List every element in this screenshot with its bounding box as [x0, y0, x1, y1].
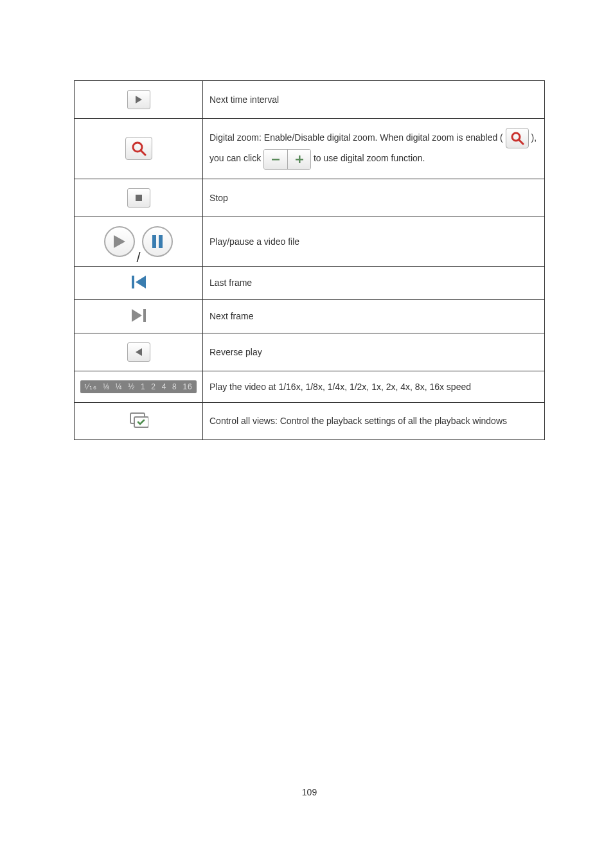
- svg-rect-10: [152, 235, 156, 248]
- speed-desc: Play the video at 1/16x, 1/8x, 1/4x, 1/2…: [203, 371, 545, 402]
- stop-button[interactable]: [127, 188, 150, 208]
- svg-rect-11: [159, 235, 163, 248]
- speed-4[interactable]: 4: [162, 382, 167, 391]
- speed-1-2[interactable]: ½: [128, 382, 135, 391]
- magnifier-icon: [510, 131, 524, 145]
- play-pause-desc: Play/pause a video file: [203, 217, 545, 266]
- stop-icon: [136, 195, 142, 201]
- svg-rect-12: [132, 276, 134, 288]
- digital-zoom-button[interactable]: [125, 137, 152, 160]
- svg-rect-8: [136, 195, 142, 201]
- speed-1[interactable]: 1: [141, 382, 146, 391]
- svg-line-2: [141, 150, 145, 155]
- speed-1-8[interactable]: ⅛: [103, 382, 110, 391]
- speed-2[interactable]: 2: [151, 382, 156, 391]
- controls-description-table: Next time interval Digital zoom: Enable/…: [74, 80, 545, 440]
- zoom-enabled-icon-button: [506, 128, 529, 148]
- svg-marker-9: [114, 235, 125, 248]
- speed-1-4[interactable]: ¼: [116, 382, 123, 391]
- speed-1-16[interactable]: ¹⁄₁₆: [84, 382, 97, 391]
- control-all-views-button[interactable]: [129, 412, 148, 429]
- plus-icon: [295, 155, 304, 164]
- reverse-play-icon: [136, 348, 142, 356]
- svg-marker-13: [136, 276, 146, 288]
- svg-marker-0: [136, 96, 142, 103]
- pause-icon: [152, 235, 163, 248]
- reverse-play-button[interactable]: [127, 342, 150, 362]
- zoom-out-button[interactable]: [264, 150, 287, 169]
- play-button[interactable]: [104, 226, 135, 257]
- control-all-icon: [129, 412, 148, 429]
- svg-rect-5: [272, 159, 280, 161]
- next-frame-desc: Next frame: [203, 299, 545, 333]
- next-interval-desc: Next time interval: [203, 81, 545, 119]
- next-frame-button[interactable]: [132, 309, 146, 322]
- svg-marker-14: [132, 309, 142, 322]
- separator: /: [136, 251, 140, 265]
- digital-zoom-text-pre: Digital zoom: Enable/Disable digital zoo…: [209, 132, 503, 143]
- control-all-desc: Control all views: Control the playback …: [203, 402, 545, 439]
- svg-rect-7: [299, 155, 301, 163]
- reverse-play-desc: Reverse play: [203, 333, 545, 371]
- svg-line-4: [519, 139, 523, 144]
- next-interval-button[interactable]: [127, 90, 150, 109]
- magnifier-icon: [131, 141, 147, 156]
- zoom-in-out-group[interactable]: [263, 149, 311, 170]
- play-icon: [136, 96, 142, 103]
- digital-zoom-text-post: to use digital zoom function.: [314, 153, 425, 163]
- digital-zoom-desc: Digital zoom: Enable/Disable digital zoo…: [203, 119, 545, 179]
- svg-marker-16: [136, 348, 142, 356]
- minus-icon: [271, 155, 280, 164]
- speed-selector[interactable]: ¹⁄₁₆ ⅛ ¼ ½ 1 2 4 8 16: [80, 380, 197, 393]
- play-icon: [114, 235, 125, 248]
- last-frame-button[interactable]: [132, 276, 146, 288]
- speed-16[interactable]: 16: [182, 382, 192, 391]
- page-number: 109: [74, 440, 545, 797]
- svg-rect-15: [143, 309, 146, 322]
- next-frame-icon: [132, 309, 146, 322]
- zoom-in-button[interactable]: [287, 150, 310, 169]
- previous-frame-icon: [132, 276, 146, 288]
- speed-8[interactable]: 8: [172, 382, 177, 391]
- stop-desc: Stop: [203, 179, 545, 217]
- last-frame-desc: Last frame: [203, 266, 545, 299]
- pause-button[interactable]: [142, 226, 173, 257]
